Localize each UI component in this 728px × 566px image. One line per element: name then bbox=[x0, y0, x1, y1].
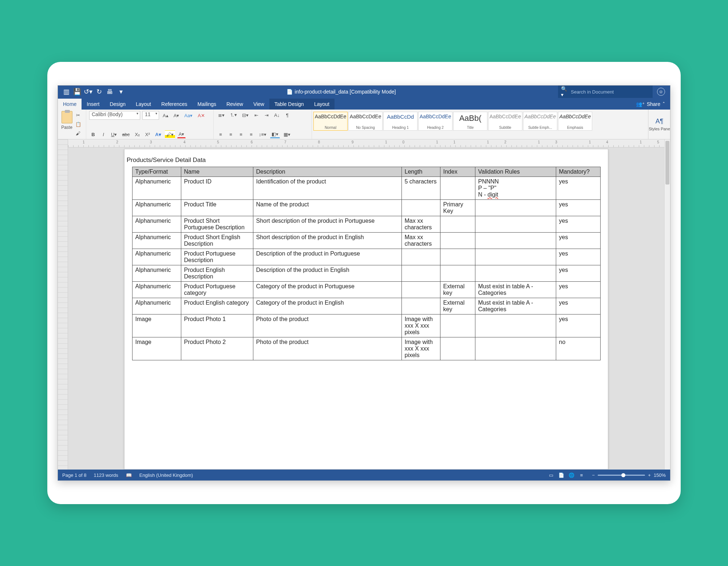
underline-button[interactable]: U▾ bbox=[110, 130, 118, 138]
style-normal[interactable]: AaBbCcDdEeNormal bbox=[313, 112, 348, 131]
table-cell[interactable]: yes bbox=[556, 282, 600, 298]
table-cell[interactable]: Alphanumeric bbox=[132, 216, 181, 233]
table-row[interactable]: AlphanumericProduct Short Portuguese Des… bbox=[132, 216, 600, 233]
zoom-in-icon[interactable]: + bbox=[648, 472, 651, 478]
table-cell[interactable]: yes bbox=[556, 298, 600, 314]
table-cell[interactable]: Alphanumeric bbox=[132, 265, 181, 282]
style-subtle-emph[interactable]: AaBbCcDdEeSubtle Emph... bbox=[523, 112, 557, 131]
table-cell[interactable] bbox=[475, 314, 556, 337]
strike-button[interactable]: abc bbox=[120, 130, 131, 138]
shrink-font-icon[interactable]: A▾ bbox=[172, 111, 181, 119]
data-table[interactable]: Type/FormatNameDescriptionLengthIndexVal… bbox=[132, 167, 601, 360]
table-cell[interactable]: Description of the product in Portuguese bbox=[253, 249, 401, 265]
table-cell[interactable]: yes bbox=[556, 216, 600, 233]
table-row[interactable]: AlphanumericProduct Short English Descri… bbox=[132, 233, 600, 249]
table-cell[interactable]: PNNNNP – "P"N - digit bbox=[475, 177, 556, 200]
tab-table-layout[interactable]: Layout bbox=[309, 99, 335, 110]
tab-layout[interactable]: Layout bbox=[131, 99, 156, 110]
shading-icon[interactable]: ◧▾ bbox=[270, 130, 280, 138]
table-cell[interactable]: Primary Key bbox=[440, 200, 475, 216]
table-cell[interactable]: Image bbox=[132, 314, 181, 337]
copy-icon[interactable]: 📋 bbox=[74, 120, 83, 128]
table-row[interactable]: ImageProduct Photo 2Photo of the product… bbox=[132, 337, 600, 360]
align-center-icon[interactable]: ≡ bbox=[227, 130, 235, 138]
table-cell[interactable]: Short description of the product in Port… bbox=[253, 216, 401, 233]
tab-insert[interactable]: Insert bbox=[82, 99, 104, 110]
table-cell[interactable] bbox=[440, 337, 475, 360]
table-row[interactable]: AlphanumericProduct IDIdentification of … bbox=[132, 177, 600, 200]
font-color-icon[interactable]: A▾ bbox=[177, 130, 186, 138]
align-left-icon[interactable]: ≡ bbox=[217, 130, 225, 138]
table-cell[interactable]: Short description of the product in Engl… bbox=[253, 233, 401, 249]
table-cell[interactable]: Product English category bbox=[181, 298, 253, 314]
table-cell[interactable]: Name of the product bbox=[253, 200, 401, 216]
tab-view[interactable]: View bbox=[248, 99, 269, 110]
table-cell[interactable] bbox=[475, 216, 556, 233]
table-cell[interactable] bbox=[475, 249, 556, 265]
font-size-dropdown[interactable]: 11 bbox=[142, 111, 159, 120]
table-cell[interactable]: yes bbox=[556, 177, 600, 200]
print-icon[interactable]: 🖶 bbox=[107, 88, 113, 95]
table-cell[interactable]: 5 characters bbox=[401, 177, 440, 200]
feedback-icon[interactable]: ☺ bbox=[657, 88, 665, 96]
table-cell[interactable]: yes bbox=[556, 200, 600, 216]
table-cell[interactable] bbox=[440, 233, 475, 249]
zoom-slider[interactable] bbox=[598, 475, 645, 476]
table-cell[interactable] bbox=[475, 337, 556, 360]
table-cell[interactable] bbox=[401, 265, 440, 282]
table-cell[interactable]: Product Photo 2 bbox=[181, 337, 253, 360]
table-row[interactable]: AlphanumericProduct English DescriptionD… bbox=[132, 265, 600, 282]
table-cell[interactable]: Product Short Portuguese Description bbox=[181, 216, 253, 233]
table-cell[interactable] bbox=[401, 282, 440, 298]
redo-icon[interactable]: ↻ bbox=[96, 88, 102, 95]
tab-references[interactable]: References bbox=[156, 99, 193, 110]
change-case-icon[interactable]: Aa▾ bbox=[183, 111, 194, 119]
paste-icon[interactable] bbox=[62, 111, 72, 123]
table-cell[interactable]: Category of the product in Portuguese bbox=[253, 282, 401, 298]
table-cell[interactable]: yes bbox=[556, 314, 600, 337]
tab-review[interactable]: Review bbox=[221, 99, 248, 110]
word-count[interactable]: 1123 words bbox=[94, 472, 118, 478]
table-cell[interactable] bbox=[475, 233, 556, 249]
zoom-control[interactable]: − + 150% bbox=[592, 472, 666, 478]
grow-font-icon[interactable]: A▴ bbox=[161, 111, 170, 119]
search-box[interactable]: 🔍▾ bbox=[558, 85, 653, 98]
table-cell[interactable]: Alphanumeric bbox=[132, 233, 181, 249]
styles-pane-button[interactable]: A¶ Styles Pane bbox=[648, 110, 670, 139]
indent-inc-icon[interactable]: ⇥ bbox=[262, 111, 270, 119]
table-cell[interactable]: yes bbox=[556, 249, 600, 265]
document-page[interactable]: Products/Service Detail Data Type/Format… bbox=[124, 149, 608, 470]
table-cell[interactable]: External key bbox=[440, 298, 475, 314]
table-cell[interactable]: yes bbox=[556, 233, 600, 249]
style-subtitle[interactable]: AaBbCcDdEeSubtitle bbox=[488, 112, 522, 131]
table-row[interactable]: AlphanumericProduct Portuguese Descripti… bbox=[132, 249, 600, 265]
table-cell[interactable]: Category of the product in English bbox=[253, 298, 401, 314]
table-cell[interactable]: yes bbox=[556, 265, 600, 282]
justify-icon[interactable]: ≡ bbox=[247, 130, 255, 138]
table-cell[interactable]: Alphanumeric bbox=[132, 200, 181, 216]
table-cell[interactable]: Alphanumeric bbox=[132, 249, 181, 265]
print-layout-icon[interactable]: 📄 bbox=[558, 472, 565, 478]
search-input[interactable] bbox=[571, 89, 650, 95]
borders-icon[interactable]: ▦▾ bbox=[282, 130, 292, 138]
style-heading1[interactable]: AaBbCcDdHeading 1 bbox=[383, 112, 418, 131]
bullets-icon[interactable]: ≣▾ bbox=[217, 111, 226, 119]
table-cell[interactable]: Max xx characters bbox=[401, 233, 440, 249]
page-indicator[interactable]: Page 1 of 8 bbox=[62, 472, 87, 478]
tab-mailings[interactable]: Mailings bbox=[193, 99, 221, 110]
undo-icon[interactable]: ↺▾ bbox=[85, 88, 91, 95]
table-cell[interactable]: Image bbox=[132, 337, 181, 360]
superscript-button[interactable]: X² bbox=[143, 130, 151, 138]
table-cell[interactable]: Photo of the product bbox=[253, 314, 401, 337]
style-title[interactable]: AaBb(Title bbox=[453, 112, 487, 131]
style-no-spacing[interactable]: AaBbCcDdEeNo Spacing bbox=[348, 112, 383, 131]
table-cell[interactable]: Description of the product in English bbox=[253, 265, 401, 282]
web-layout-icon[interactable]: 🌐 bbox=[568, 472, 575, 478]
table-cell[interactable]: External key bbox=[440, 282, 475, 298]
multilevel-icon[interactable]: ⊟▾ bbox=[241, 111, 250, 119]
tab-home[interactable]: Home bbox=[58, 99, 82, 110]
share-button[interactable]: 👥⁺ Share ˄ bbox=[631, 99, 670, 110]
horizontal-ruler[interactable]: 1 2 3 4 5 6 7 8 9 10 11 12 13 14 15 16 1… bbox=[68, 139, 664, 147]
table-cell[interactable]: Image with xxx X xxx pixels bbox=[401, 337, 440, 360]
table-cell[interactable]: Alphanumeric bbox=[132, 282, 181, 298]
